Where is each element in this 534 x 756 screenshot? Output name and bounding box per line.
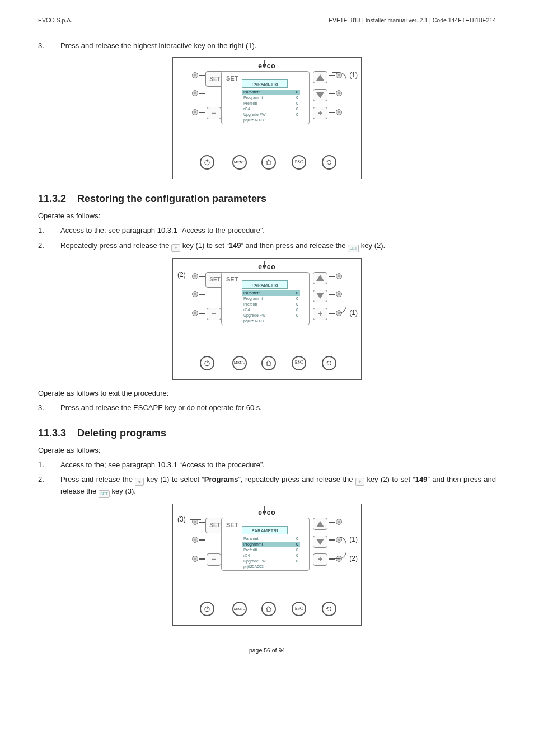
step-number: 3. bbox=[38, 402, 46, 414]
step-number: 2. bbox=[38, 474, 46, 498]
plus-key-icon: + bbox=[171, 244, 180, 252]
cycle-button[interactable] bbox=[322, 155, 336, 170]
lcd-set-label: SET bbox=[225, 74, 239, 83]
screw-icon bbox=[192, 90, 198, 96]
menu-button[interactable]: MENU bbox=[232, 602, 247, 616]
home-button[interactable] bbox=[261, 356, 276, 370]
lcd-set-label: SET bbox=[225, 275, 239, 284]
lcd-list: Parametri0 Programmi0 Preferiti0 rC40 Up… bbox=[242, 290, 300, 324]
lcd-list: Parametri0 Programmi0 Preferiti0 rC40 Up… bbox=[242, 90, 300, 123]
lcd-tab: PARAMETRI bbox=[242, 280, 288, 289]
menu-button[interactable]: MENU bbox=[232, 155, 247, 170]
triangle-up-icon bbox=[316, 74, 324, 81]
connector-line bbox=[199, 75, 205, 76]
callout-2: (2) bbox=[177, 270, 186, 280]
screw-icon bbox=[192, 556, 198, 562]
cycle-button[interactable] bbox=[322, 356, 336, 370]
device-figure-2: SET – + SET PARAMETRI Parametri0 Program… bbox=[172, 258, 362, 380]
exit-procedure-text: Operate as follows to exit the procedure… bbox=[38, 388, 496, 399]
screw-icon bbox=[336, 109, 342, 115]
screw-icon bbox=[192, 537, 198, 543]
screw-icon bbox=[336, 291, 342, 297]
lcd-panel: SET PARAMETRI Parametri0 Programmi0 Pref… bbox=[221, 71, 310, 124]
home-button[interactable] bbox=[261, 155, 276, 170]
plus-key-icon: + bbox=[355, 478, 364, 486]
step-text: Access to the; see paragraph 10.3.1 “Acc… bbox=[60, 225, 496, 236]
callout-1: (1) bbox=[349, 308, 358, 318]
power-icon bbox=[203, 605, 211, 613]
plus-key[interactable]: + bbox=[313, 107, 327, 119]
device-figure-3: SET – + SET PARAMETRI Parametri0 Program… bbox=[172, 504, 362, 626]
connector-line bbox=[199, 93, 205, 94]
heading-11-3-2: 11.3.2Restoring the configuration parame… bbox=[38, 191, 496, 207]
brand-logo bbox=[173, 508, 361, 518]
esc-button[interactable]: ESC bbox=[292, 356, 306, 370]
lcd-tab: PARAMETRI bbox=[242, 79, 288, 88]
down-key[interactable] bbox=[313, 290, 327, 302]
triangle-down-icon bbox=[316, 92, 324, 98]
cycle-icon bbox=[325, 158, 333, 166]
triangle-up-icon bbox=[316, 521, 324, 527]
esc-button[interactable]: ESC bbox=[292, 155, 306, 170]
esc-button[interactable]: ESC bbox=[292, 602, 306, 616]
device-figure-1: SET – + SET PARAMETRI Parametri0 Program… bbox=[172, 57, 362, 179]
lcd-list: Parametri0 Programmi0 Preferiti0 rC40 Up… bbox=[242, 536, 300, 570]
plus-key[interactable]: + bbox=[313, 308, 327, 320]
step-text: Press and release the ▾ key (1) to selec… bbox=[60, 474, 496, 498]
set-key-icon: SET bbox=[348, 245, 359, 252]
connector-line bbox=[199, 112, 205, 113]
up-key[interactable] bbox=[313, 272, 327, 284]
up-key[interactable] bbox=[313, 518, 327, 530]
lcd-tab: PARAMETRI bbox=[242, 526, 288, 534]
brand-logo bbox=[173, 262, 361, 273]
callout-1: (1) bbox=[349, 70, 358, 81]
cycle-icon bbox=[325, 605, 333, 613]
menu-button[interactable]: MENU bbox=[232, 356, 247, 370]
operate-as-follows: Operate as follows: bbox=[38, 210, 496, 222]
step-text: Press and release the highest interactiv… bbox=[60, 40, 496, 51]
power-button[interactable] bbox=[200, 602, 214, 616]
power-icon bbox=[203, 158, 211, 166]
cycle-button[interactable] bbox=[322, 602, 336, 616]
step-number: 2. bbox=[38, 240, 46, 252]
home-icon bbox=[265, 359, 273, 367]
set-key-icon: SET bbox=[99, 490, 110, 498]
step-text: Press and release the ESCAPE key or do n… bbox=[60, 402, 496, 414]
home-icon bbox=[265, 605, 273, 613]
screw-icon bbox=[192, 109, 198, 115]
screw-icon bbox=[336, 90, 342, 96]
screw-icon bbox=[192, 291, 198, 297]
down-key-icon: ▾ bbox=[135, 478, 144, 486]
screw-icon bbox=[192, 72, 198, 78]
triangle-down-icon bbox=[316, 539, 324, 545]
brand-logo bbox=[173, 61, 361, 72]
plus-key[interactable]: + bbox=[313, 553, 327, 566]
power-button[interactable] bbox=[200, 356, 214, 370]
connector-line bbox=[329, 112, 335, 113]
triangle-up-icon bbox=[316, 275, 324, 281]
step-number: 1. bbox=[38, 225, 46, 236]
screw-icon bbox=[336, 273, 342, 279]
step-number: 3. bbox=[38, 40, 46, 51]
home-button[interactable] bbox=[261, 602, 276, 616]
power-icon bbox=[203, 359, 211, 367]
screw-icon bbox=[192, 273, 198, 279]
down-key[interactable] bbox=[313, 89, 327, 101]
home-icon bbox=[265, 158, 273, 166]
cycle-icon bbox=[325, 359, 333, 367]
minus-key[interactable]: – bbox=[207, 107, 221, 119]
lcd-set-label: SET bbox=[225, 520, 239, 530]
up-key[interactable] bbox=[313, 71, 327, 83]
callout-2: (2) bbox=[349, 553, 358, 564]
connector-line bbox=[329, 93, 335, 94]
header-right: EVFTFT818 | Installer manual ver. 2.1 | … bbox=[329, 16, 496, 25]
minus-key[interactable]: – bbox=[207, 553, 221, 566]
operate-as-follows: Operate as follows: bbox=[38, 445, 496, 456]
triangle-down-icon bbox=[316, 293, 324, 299]
down-key[interactable] bbox=[313, 536, 327, 548]
page-number: page 56 of 94 bbox=[38, 646, 496, 655]
screw-icon bbox=[192, 310, 198, 316]
header-left: EVCO S.p.A. bbox=[38, 16, 72, 25]
power-button[interactable] bbox=[200, 155, 214, 170]
minus-key[interactable]: – bbox=[207, 308, 221, 320]
